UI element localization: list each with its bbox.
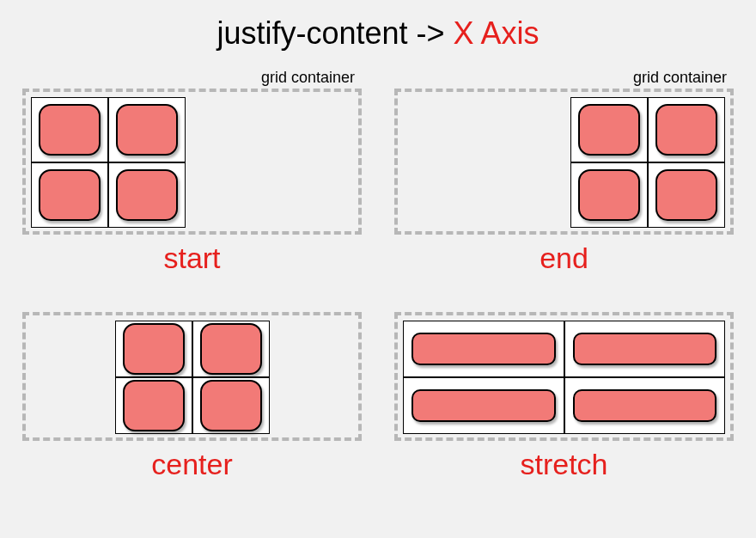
value-label: end [394,235,734,275]
grid-cell [403,377,564,434]
grid-item [116,104,178,156]
grid-item [123,323,185,375]
grid-item [573,389,717,422]
grid-cell [403,321,564,377]
inner-grid [570,97,725,228]
grid-item [578,104,640,156]
grid-item [655,169,717,221]
inner-grid [403,321,725,434]
grid-container [22,89,362,235]
grid-cell [192,321,270,377]
title-arrow: -> [408,15,454,51]
grid-container [22,312,362,441]
grid-cell [108,162,186,228]
grid-cell [115,321,192,377]
title-property: justify-content [216,15,407,51]
grid-container-label: grid container [394,69,734,89]
examples-grid: grid container start grid container end [0,69,756,481]
title-axis: X Axis [454,15,540,51]
grid-container-label [22,292,362,312]
grid-cell [648,97,725,162]
grid-item [123,380,185,431]
example-start: grid container start [22,69,362,275]
example-stretch: stretch [394,292,734,481]
grid-cell [564,321,726,377]
grid-container [394,312,734,441]
value-label: stretch [394,441,734,481]
inner-grid [31,97,186,228]
grid-cell [115,377,192,434]
example-end: grid container end [394,69,734,275]
grid-item [573,333,717,365]
value-label: start [22,235,362,275]
grid-cell [648,162,725,228]
page-title: justify-content -> X Axis [0,0,756,69]
grid-item [412,389,556,422]
grid-cell [31,97,108,162]
example-center: center [22,292,362,481]
grid-item [116,169,178,221]
grid-item [578,169,640,221]
grid-item [39,104,101,156]
grid-item [200,380,262,431]
grid-cell [108,97,186,162]
grid-container-label [394,292,734,312]
grid-item [412,333,556,365]
value-label: center [22,441,362,481]
inner-grid [115,321,270,434]
grid-cell [31,162,108,228]
grid-container [394,89,734,235]
grid-item [200,323,262,375]
grid-cell [192,377,270,434]
grid-cell [570,97,648,162]
grid-item [655,104,717,156]
grid-item [39,169,101,221]
grid-container-label: grid container [22,69,362,89]
grid-cell [570,162,648,228]
grid-cell [564,377,726,434]
